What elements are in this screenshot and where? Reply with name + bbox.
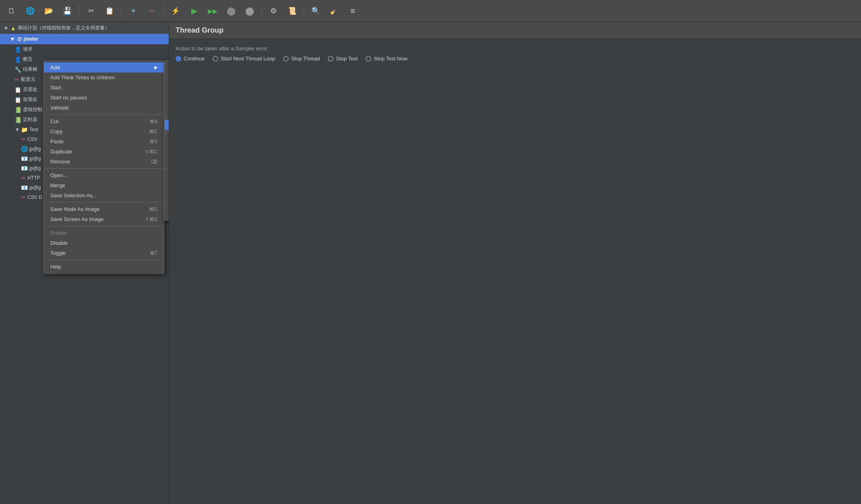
list-button[interactable]: ≡	[344, 2, 361, 19]
stop-now-button[interactable]: ⬤	[241, 2, 258, 19]
sm-test-fragment[interactable]: Test Fragment ▶	[165, 134, 169, 144]
jmeter-icon: ⚙	[17, 36, 22, 42]
stop-test-now-label: Stop Test Now	[374, 56, 408, 62]
csv2-icon: ✂	[21, 194, 26, 200]
radio-start-next-loop[interactable]: Start Next Thread Loop	[213, 56, 275, 62]
stop-test-now-radio[interactable]	[366, 56, 371, 62]
context-menu: Add ▶ Add Think Times to children Start …	[43, 60, 164, 274]
cm-duplicate[interactable]: Duplicate ⇧⌘C	[44, 147, 164, 157]
cm-validate[interactable]: Validate	[44, 103, 164, 113]
sm-timer[interactable]: Timer ▶	[165, 120, 169, 130]
sm-scheduler[interactable]: Scheduler	[165, 171, 169, 181]
run-no-pause-button[interactable]: ▶▶	[204, 2, 221, 19]
post-label: 后置处	[23, 86, 37, 93]
stop-test-radio[interactable]	[328, 56, 333, 62]
cm-disable[interactable]: Disable	[44, 238, 164, 248]
tree-root[interactable]: ▼ ▲ 测试计划（对线程组有效，定义全局变量）	[0, 22, 169, 34]
cm-save-node-image[interactable]: Save Node As Image ⌘G	[44, 204, 164, 214]
sm-logic-controller[interactable]: Logic Controller ▶	[165, 72, 169, 83]
cm-add[interactable]: Add ▶	[44, 62, 164, 72]
cm-enable: Enable	[44, 228, 164, 238]
cm-cut[interactable]: Cut ⌘X	[44, 116, 164, 126]
save-button[interactable]: 💾	[59, 2, 76, 19]
tree-item-jmeter[interactable]: ▼ ⚙ jmeter	[0, 34, 169, 44]
copy-button[interactable]: 📋	[101, 2, 118, 19]
content-body: Action to be taken after a Sampler error…	[169, 39, 861, 71]
panel-title: Thread Group	[176, 26, 224, 34]
toolbar: 🗋 🌐 📂 💾 ✂ 📋 + − ⚡ ▶ ▶▶ ⬤ ⬤ ⚙ 📜 🔍 🧹 ≡	[0, 0, 861, 22]
main-area: ▼ ▲ 测试计划（对线程组有效，定义全局变量） ▼ ⚙ jmeter 👤 请求 …	[0, 22, 861, 504]
sm-sep3	[165, 132, 169, 132]
cm-merge[interactable]: Merge	[44, 180, 164, 190]
stop-button[interactable]: ⬤	[223, 2, 240, 19]
cm-toggle[interactable]: Toggle ⌘T	[44, 248, 164, 258]
cut-button[interactable]: ✂	[83, 2, 99, 19]
collapse-icon: ▼	[3, 25, 9, 31]
jpgc2-label: jp@g	[29, 156, 41, 161]
next-loop-radio[interactable]	[213, 56, 218, 62]
clear-button[interactable]: 🧹	[326, 2, 343, 19]
req-icon: 👤	[14, 46, 21, 53]
stop-thread-label: Stop Thread	[291, 56, 320, 62]
cm-start[interactable]: Start	[44, 83, 164, 93]
search-button[interactable]: 🔍	[307, 2, 324, 19]
cm-sep2	[44, 168, 164, 169]
content-header: Thread Group	[169, 22, 861, 39]
stop-thread-radio[interactable]	[283, 56, 289, 62]
result-label: 结果树	[23, 66, 37, 73]
tree-item-request[interactable]: 👤 请求	[0, 44, 169, 54]
add-button[interactable]: +	[125, 2, 142, 19]
sm-listener[interactable]: Listener ▶	[165, 157, 169, 167]
sm-sep4	[165, 145, 169, 146]
sm-startup-delay: Startup delay (seconds)	[165, 202, 169, 219]
logic-label: 逻辑控制	[23, 106, 42, 113]
continue-radio[interactable]	[176, 56, 181, 62]
jmeter-label: jmeter	[24, 36, 38, 42]
open-button[interactable]: 📂	[40, 2, 57, 19]
cm-open[interactable]: Open...	[44, 170, 164, 180]
cm-paste[interactable]: Paste ⌘V	[44, 136, 164, 147]
cm-add-think-times[interactable]: Add Think Times to children	[44, 72, 164, 83]
sm-post-processors[interactable]: Post Processors ▶	[165, 96, 169, 106]
add-arrow-icon: ▶	[154, 65, 157, 70]
new-button[interactable]: 🗋	[3, 2, 20, 19]
sm-scheduler-config[interactable]: Scheduler Configuration	[165, 181, 169, 191]
csv-label: CSV	[27, 136, 37, 142]
sm-config-element[interactable]: Config Element ▶	[165, 147, 169, 157]
cm-sep1	[44, 114, 164, 115]
cm-save-screen-image[interactable]: Save Screen As Image ⇧⌘G	[44, 214, 164, 224]
sm-sampler[interactable]: Sampler ▶	[165, 62, 169, 72]
right-panel: Thread Group Action to be taken after a …	[169, 22, 861, 504]
sep3	[164, 4, 164, 17]
radio-stop-test[interactable]: Stop Test	[328, 56, 358, 62]
run-button[interactable]: ▶	[186, 2, 203, 19]
radio-continue[interactable]: Continue	[176, 56, 205, 62]
sm-pre-processors[interactable]: Pre Processors ▶	[165, 86, 169, 96]
req-label: 请求	[23, 46, 33, 53]
cm-save-selection[interactable]: Save Selection As...	[44, 190, 164, 200]
csv2-label: CSV D	[27, 194, 42, 200]
toggle-tree-button[interactable]: ⚡	[167, 2, 184, 19]
cm-start-no-pauses[interactable]: Start no pauses	[44, 93, 164, 103]
cm-remove[interactable]: Remove ⌫	[44, 157, 164, 167]
radio-stop-thread[interactable]: Stop Thread	[283, 56, 320, 62]
test-expand-icon: ▼	[14, 126, 20, 133]
radio-stop-test-now[interactable]: Stop Test Now	[366, 56, 408, 62]
sm-assertions[interactable]: Assertions ▶	[165, 106, 169, 116]
remove-button[interactable]: −	[143, 2, 160, 19]
sampler-error-row: Action to be taken after a Sampler error	[176, 45, 855, 52]
settings-button[interactable]: ⚙	[265, 2, 282, 19]
config-label: 配置元	[21, 76, 35, 83]
cm-sep5	[44, 260, 164, 260]
jpgc2-icon: 📧	[21, 155, 28, 162]
expand-icon: ▼	[10, 36, 15, 42]
cm-copy[interactable]: Copy ⌘C	[44, 126, 164, 136]
pre-icon: 📋	[14, 97, 21, 103]
sep1	[79, 4, 79, 17]
sm-sep5	[165, 169, 169, 169]
jpgc1-icon: 🌐	[21, 146, 28, 152]
jpgc4-label: jp@g	[29, 185, 41, 190]
templates-button[interactable]: 🌐	[22, 2, 39, 19]
cm-help[interactable]: Help	[44, 262, 164, 272]
log-button[interactable]: 📜	[284, 2, 300, 19]
